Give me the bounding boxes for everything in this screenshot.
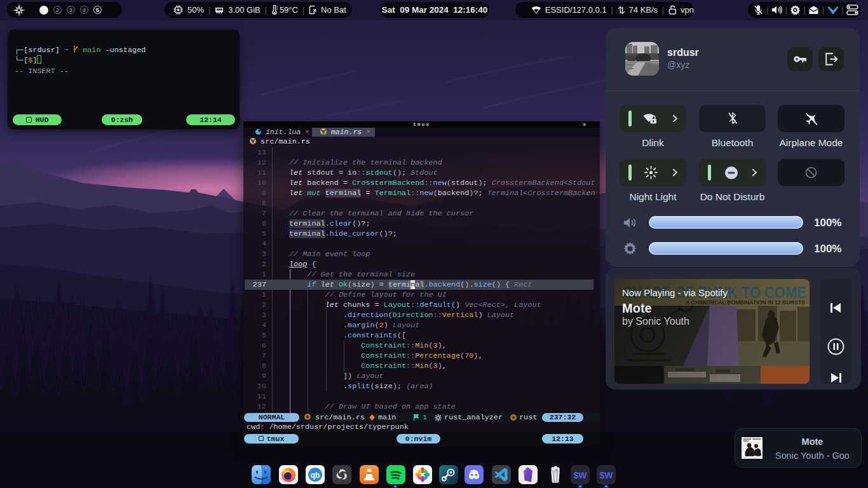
svg-text:qb: qb — [310, 471, 320, 480]
svg-text:$W: $W — [573, 470, 587, 480]
svg-text:$W: $W — [599, 470, 613, 480]
